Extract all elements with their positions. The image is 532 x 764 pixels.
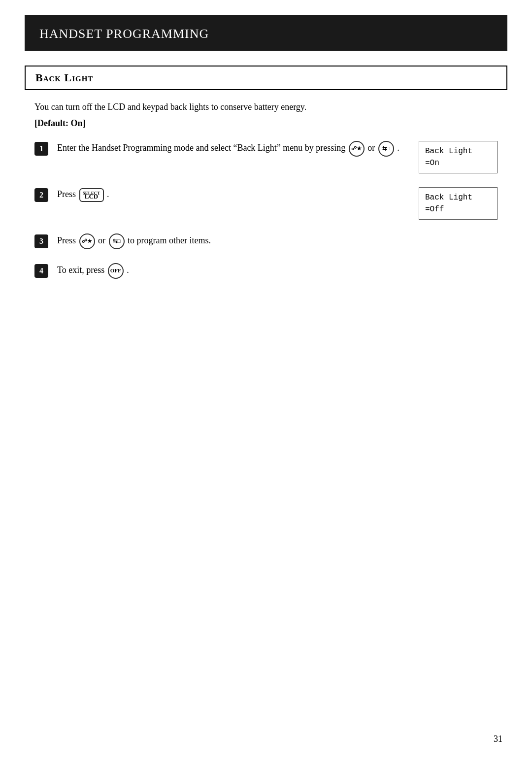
eb-button-1: ⇆□ bbox=[378, 141, 394, 157]
a-star-button-3: ☍★ bbox=[79, 233, 95, 249]
step-2: 2 Press SELECT LCD . Back Light =Off bbox=[34, 187, 498, 220]
step-1-text: Enter the Handset Programming mode and s… bbox=[57, 141, 419, 157]
step-4-content: To exit, press OFF . bbox=[57, 263, 498, 279]
step-number-2: 2 bbox=[34, 188, 48, 202]
intro-text: You can turn off the LCD and keypad back… bbox=[34, 100, 498, 114]
step-3-content: Press ☍★ or ⇆□ to program other items. bbox=[57, 233, 498, 249]
step-number-3: 3 bbox=[34, 234, 48, 248]
step-1-content: Enter the Handset Programming mode and s… bbox=[57, 141, 498, 173]
step-number-4: 4 bbox=[34, 264, 48, 278]
step-2-text: Press SELECT LCD . bbox=[57, 187, 419, 202]
step-2-content: Press SELECT LCD . Back Light =Off bbox=[57, 187, 498, 220]
select-label: SELECT bbox=[83, 190, 100, 197]
section-title: Back Light bbox=[35, 71, 93, 84]
default-text: [Default: On] bbox=[34, 118, 498, 129]
content-area: You can turn off the LCD and keypad back… bbox=[25, 100, 507, 279]
lcd-display-2: Back Light =Off bbox=[419, 187, 498, 220]
a-star-button-1: ☍★ bbox=[349, 141, 365, 157]
section-box: Back Light bbox=[25, 66, 507, 90]
eb-button-3: ⇆□ bbox=[109, 233, 125, 249]
step-1: 1 Enter the Handset Programming mode and… bbox=[34, 141, 498, 173]
lcd-select-button: SELECT LCD bbox=[79, 188, 104, 202]
off-button: OFF bbox=[108, 263, 124, 279]
step-3: 3 Press ☍★ or ⇆□ to program other items. bbox=[34, 233, 498, 249]
lcd-display-1: Back Light =On bbox=[419, 141, 498, 173]
page-number: 31 bbox=[494, 734, 502, 744]
page-title: HANDSET PROGRAMMING bbox=[39, 24, 493, 42]
step-number-1: 1 bbox=[34, 142, 48, 156]
page-header: HANDSET PROGRAMMING bbox=[25, 15, 507, 51]
step-4: 4 To exit, press OFF . bbox=[34, 263, 498, 279]
